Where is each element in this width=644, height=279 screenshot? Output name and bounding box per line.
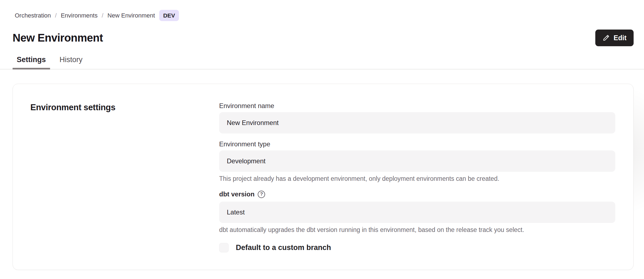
custom-branch-row: Default to a custom branch	[219, 243, 615, 252]
card-left-column: Environment settings	[30, 102, 219, 270]
breadcrumb-orchestration[interactable]: Orchestration	[15, 11, 51, 20]
dbt-version-select: Latest	[219, 202, 615, 223]
breadcrumb-separator: /	[102, 11, 103, 20]
card-form-column: Environment name New Environment Environ…	[219, 102, 615, 270]
edit-button[interactable]: Edit	[595, 30, 634, 46]
page-title: New Environment	[13, 32, 103, 44]
custom-branch-label: Default to a custom branch	[236, 243, 331, 252]
card-heading: Environment settings	[30, 103, 219, 112]
environment-type-label: Environment type	[219, 140, 615, 148]
tab-settings[interactable]: Settings	[13, 56, 50, 69]
environment-settings-page: Orchestration / Environments / New Envir…	[0, 0, 644, 279]
dbt-version-value: Latest	[227, 208, 245, 216]
breadcrumb-environments[interactable]: Environments	[61, 11, 98, 20]
environment-type-value: Development	[227, 157, 265, 165]
pencil-icon	[602, 34, 610, 42]
breadcrumb-separator: /	[55, 11, 57, 20]
tab-history[interactable]: History	[56, 56, 87, 69]
edit-button-label: Edit	[614, 34, 626, 42]
custom-branch-checkbox	[219, 243, 229, 252]
environment-settings-card: Environment settings Environment name Ne…	[13, 84, 634, 270]
environment-type-helper: This project already has a development e…	[219, 175, 615, 182]
dev-environment-badge: DEV	[159, 10, 179, 21]
dbt-version-label-row: dbt version	[219, 190, 615, 198]
question-mark-circle-icon[interactable]	[258, 191, 265, 198]
environment-type-select: Development	[219, 150, 615, 172]
breadcrumb: Orchestration / Environments / New Envir…	[0, 0, 644, 21]
page-header: New Environment Edit	[0, 29, 644, 46]
environment-name-value: New Environment	[227, 119, 279, 127]
dbt-version-label: dbt version	[219, 190, 254, 198]
dbt-version-helper: dbt automatically upgrades the dbt versi…	[219, 226, 615, 234]
breadcrumb-current-environment: New Environment	[108, 11, 155, 20]
tab-bar: Settings History	[0, 56, 644, 69]
environment-name-input: New Environment	[219, 112, 615, 133]
environment-name-label: Environment name	[219, 102, 615, 110]
